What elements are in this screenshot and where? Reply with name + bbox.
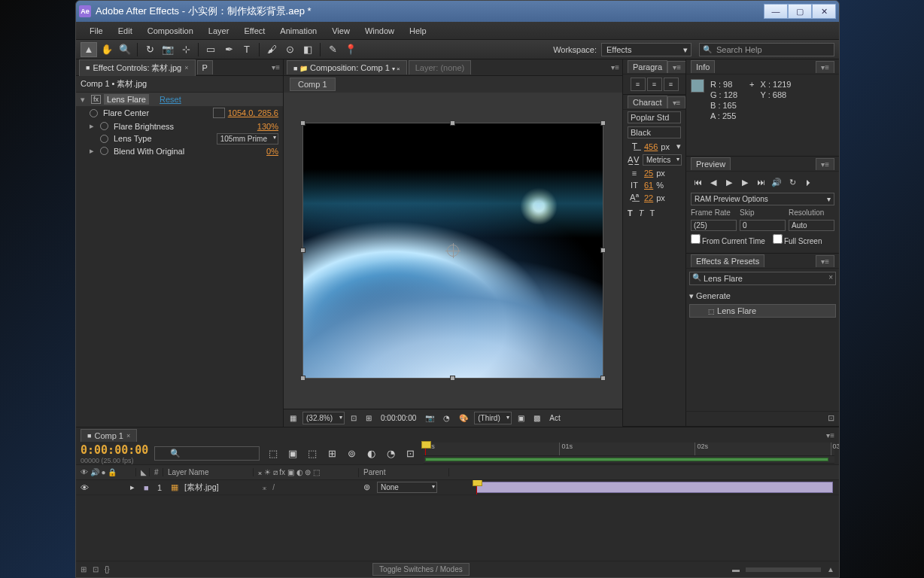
work-area-bar[interactable] bbox=[425, 458, 828, 461]
leading-auto-icon[interactable]: ▾ bbox=[676, 141, 681, 151]
secondary-tab[interactable]: P bbox=[197, 60, 213, 75]
panel-options-icon[interactable]: ▾≡ bbox=[611, 63, 619, 71]
menu-effect[interactable]: Effect bbox=[236, 23, 272, 38]
comp-subtab[interactable]: Comp 1 bbox=[290, 78, 336, 91]
comp-mini-flowchart-icon[interactable]: ⬚ bbox=[266, 446, 281, 461]
resize-handle[interactable] bbox=[300, 376, 305, 381]
full-res-icon[interactable]: ⊡ bbox=[348, 412, 360, 424]
layer-name[interactable]: [素材.jpg] bbox=[184, 482, 260, 493]
flare-center-value[interactable]: 1054.0, 285.6 bbox=[228, 108, 278, 117]
twisty-icon[interactable]: ▸ bbox=[90, 146, 97, 156]
active-camera-label[interactable]: Act bbox=[546, 412, 563, 424]
panel-options-icon[interactable]: ▾≡ bbox=[816, 255, 834, 267]
blend-value[interactable]: 0% bbox=[266, 147, 278, 156]
close-button[interactable]: ✕ bbox=[812, 4, 836, 19]
puppet-tool[interactable]: 📍 bbox=[342, 42, 359, 57]
effect-controls-tab[interactable]: ■ Effect Controls: 素材.jpg × bbox=[79, 59, 196, 76]
resize-handle[interactable] bbox=[300, 248, 305, 253]
resize-handle[interactable] bbox=[600, 120, 606, 126]
ram-preview-dropdown[interactable]: RAM Preview Options bbox=[691, 193, 834, 205]
font-size-value[interactable]: 456 bbox=[644, 142, 658, 151]
maximize-button[interactable]: ▢ bbox=[788, 4, 812, 19]
layer-row[interactable]: 👁 ▸ ■ 1 ▦ [素材.jpg] ⁎ / ⊚ None bbox=[76, 480, 839, 495]
resize-handle[interactable] bbox=[450, 120, 455, 126]
point-picker-icon[interactable] bbox=[213, 108, 225, 118]
visibility-toggle[interactable]: 👁 bbox=[81, 483, 91, 492]
align-right-button[interactable]: ≡ bbox=[664, 78, 679, 91]
braces-icon[interactable]: {} bbox=[105, 565, 110, 573]
ram-preview-button[interactable]: ⏵ bbox=[801, 176, 815, 188]
stopwatch-icon[interactable] bbox=[90, 109, 98, 117]
character-tab[interactable]: Charact bbox=[628, 96, 667, 108]
expand-icon[interactable]: ⊞ bbox=[81, 565, 87, 573]
camera-tool[interactable]: 📷 bbox=[160, 42, 176, 57]
type-tool[interactable]: T bbox=[239, 42, 255, 57]
play-button[interactable]: ▶ bbox=[722, 176, 736, 188]
frame-blend-icon[interactable]: ⊞ bbox=[324, 446, 339, 461]
zoom-tool[interactable]: 🔍 bbox=[117, 42, 133, 57]
panel-options-icon[interactable]: ▾≡ bbox=[667, 61, 686, 73]
close-panel-icon[interactable]: × bbox=[184, 64, 188, 71]
framerate-dropdown[interactable]: (25) bbox=[691, 220, 737, 231]
timecode[interactable]: 0:00:00:00 bbox=[81, 443, 148, 457]
panel-options-icon[interactable]: ▾≡ bbox=[826, 431, 834, 440]
layer-tab[interactable]: Layer: (none) bbox=[409, 60, 471, 75]
resize-handle[interactable] bbox=[600, 248, 606, 253]
menu-window[interactable]: Window bbox=[357, 23, 402, 38]
panel-options-icon[interactable]: ▾≡ bbox=[816, 158, 834, 170]
zoom-in-icon[interactable]: ▲ bbox=[827, 565, 834, 573]
menu-layer[interactable]: Layer bbox=[201, 23, 237, 38]
panel-options-icon[interactable]: ▾≡ bbox=[816, 61, 834, 73]
eraser-tool[interactable]: ◧ bbox=[299, 42, 316, 57]
channel-icon[interactable]: ◔ bbox=[440, 412, 453, 424]
align-left-button[interactable]: ≡ bbox=[631, 78, 646, 91]
effect-name[interactable]: Lens Flare bbox=[104, 94, 149, 105]
auto-keyframe-icon[interactable]: ◔ bbox=[383, 446, 398, 461]
preview-tab[interactable]: Preview bbox=[691, 157, 731, 170]
twisty-icon[interactable]: ▾ bbox=[81, 95, 88, 105]
paragraph-tab[interactable]: Paragra bbox=[628, 60, 667, 73]
resize-handle[interactable] bbox=[300, 120, 305, 126]
effect-header-row[interactable]: ▾ fx Lens Flare Reset bbox=[76, 93, 283, 106]
composition-tab[interactable]: ■ 📁 Composition: Comp 1 ▾ × bbox=[287, 60, 407, 75]
resolution-dropdown[interactable]: Auto bbox=[789, 220, 834, 231]
brush-tool[interactable]: 🖌 bbox=[263, 42, 280, 57]
skip-dropdown[interactable]: 0 bbox=[740, 220, 786, 231]
loop-button[interactable]: ↻ bbox=[786, 176, 799, 188]
info-tab[interactable]: Info bbox=[691, 60, 715, 73]
effects-search-input[interactable] bbox=[689, 272, 836, 285]
effect-preset-item[interactable]: ⬚ Lens Flare bbox=[689, 304, 836, 318]
align-center-button[interactable]: ≡ bbox=[647, 78, 662, 91]
pan-behind-tool[interactable]: ⊹ bbox=[178, 42, 194, 57]
draft-3d-icon[interactable]: ▣ bbox=[285, 446, 300, 461]
search-help-input[interactable]: Search Help bbox=[699, 43, 834, 56]
zoom-dropdown[interactable]: (32.8%) bbox=[302, 412, 345, 424]
italic-button[interactable]: T bbox=[639, 208, 644, 218]
motion-blur-icon[interactable]: ⊚ bbox=[344, 446, 359, 461]
zoom-out-icon[interactable]: ▬ bbox=[732, 565, 740, 573]
playhead[interactable] bbox=[425, 443, 426, 455]
parent-dropdown[interactable]: None bbox=[377, 482, 437, 493]
resize-handle[interactable] bbox=[450, 376, 455, 381]
menu-file[interactable]: File bbox=[82, 23, 111, 38]
anchor-marker[interactable] bbox=[447, 245, 459, 257]
stopwatch-icon[interactable] bbox=[100, 135, 108, 143]
resolution-dropdown[interactable]: (Third) bbox=[474, 412, 512, 424]
audio-button[interactable]: 🔊 bbox=[770, 176, 783, 188]
timeline-search[interactable]: 🔍 bbox=[154, 446, 260, 461]
clear-search-icon[interactable]: × bbox=[828, 273, 833, 281]
menu-composition[interactable]: Composition bbox=[140, 23, 201, 38]
graph-editor-icon[interactable]: ⊡ bbox=[403, 446, 418, 461]
first-frame-button[interactable]: ⏮ bbox=[691, 176, 704, 188]
panel-options-icon[interactable]: ▾≡ bbox=[667, 96, 686, 108]
menu-help[interactable]: Help bbox=[402, 23, 434, 38]
minimize-button[interactable]: — bbox=[764, 4, 788, 19]
viewer-time[interactable]: 0:00:00:00 bbox=[378, 412, 419, 424]
safe-zones-icon[interactable]: ⊞ bbox=[363, 412, 375, 424]
stopwatch-icon[interactable] bbox=[100, 122, 108, 130]
color-mgmt-icon[interactable]: 🎨 bbox=[456, 412, 471, 424]
panel-options-icon[interactable]: ▾≡ bbox=[272, 63, 280, 71]
composition-viewer[interactable] bbox=[284, 93, 622, 409]
leading-value[interactable]: 25 bbox=[644, 169, 653, 178]
bold-button[interactable]: T bbox=[628, 208, 633, 218]
